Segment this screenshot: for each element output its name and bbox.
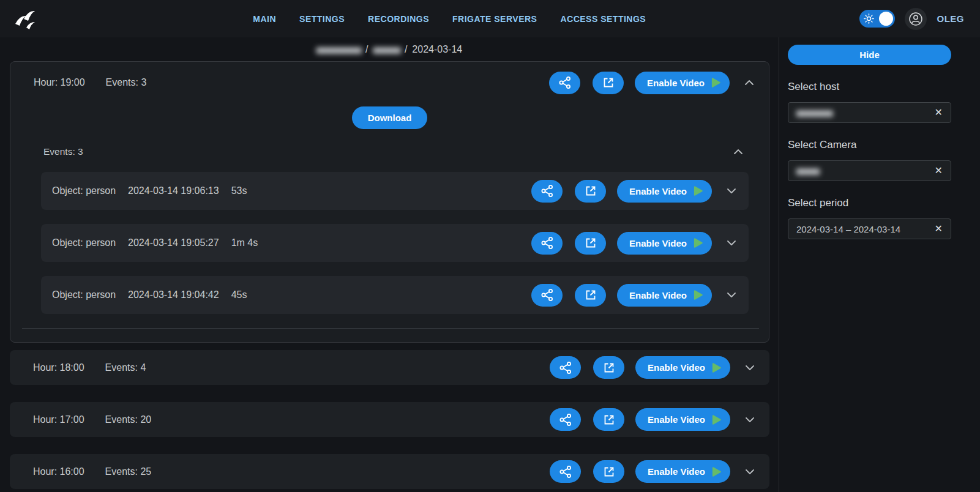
share-button[interactable] — [550, 460, 581, 483]
enable-video-button[interactable]: Enable Video — [635, 72, 730, 94]
expand-hour-button[interactable] — [744, 414, 756, 426]
host-select[interactable]: ▆▆▆▆▆▆▆▆ ✕ — [788, 102, 951, 123]
app-root: MAIN SETTINGS RECORDINGS FRIGATE SERVERS… — [0, 0, 980, 492]
event-row: Object: person 2024-03-14 19:06:13 53s — [41, 172, 749, 210]
open-in-new-icon — [602, 76, 615, 89]
breadcrumb-host-blurred: ▆▆▆▆▆▆▆▆▆▆ — [316, 45, 361, 54]
top-nav: MAIN SETTINGS RECORDINGS FRIGATE SERVERS… — [0, 0, 980, 37]
breadcrumb-separator: / — [365, 44, 368, 55]
nav-item-main[interactable]: MAIN — [253, 14, 276, 24]
share-button[interactable] — [549, 72, 580, 94]
breadcrumb-camera-blurred: ▆▆▆▆▆▆ — [373, 45, 400, 54]
breadcrumb-separator: / — [405, 44, 407, 55]
collapse-events-button[interactable] — [732, 146, 744, 158]
share-icon — [540, 184, 555, 198]
play-icon — [711, 362, 722, 373]
share-icon — [558, 412, 573, 427]
chevron-down-icon — [725, 289, 738, 301]
play-icon — [692, 289, 703, 300]
hour-label: Hour: 16:00 — [33, 466, 84, 477]
enable-video-button[interactable]: Enable Video — [635, 460, 730, 483]
open-in-new-button[interactable] — [575, 284, 606, 307]
expand-hour-button[interactable] — [744, 466, 756, 478]
nav-right-cluster: OLEG — [859, 8, 964, 30]
chevron-down-icon — [725, 237, 738, 249]
select-period-label: Select period — [788, 197, 951, 209]
event-object-label: Object: person — [52, 237, 116, 248]
share-button[interactable] — [550, 408, 581, 431]
frigate-logo[interactable] — [11, 5, 39, 33]
enable-video-label: Enable Video — [629, 290, 687, 300]
period-select[interactable]: 2024-03-14 – 2024-03-14 ✕ — [788, 218, 951, 239]
theme-toggle[interactable] — [859, 10, 895, 28]
user-avatar[interactable] — [905, 8, 927, 30]
events-count-label: Events: 25 — [105, 466, 152, 477]
enable-video-label: Enable Video — [647, 78, 705, 88]
event-duration-label: 53s — [231, 185, 247, 196]
share-button[interactable] — [550, 356, 581, 379]
chevron-down-icon — [725, 185, 738, 197]
hour-label: Hour: 18:00 — [33, 362, 84, 373]
nav-item-settings[interactable]: SETTINGS — [299, 14, 345, 24]
clear-camera-button[interactable]: ✕ — [935, 166, 943, 176]
hour-label: Hour: 17:00 — [33, 414, 84, 425]
open-in-new-button[interactable] — [575, 180, 606, 203]
play-icon — [692, 237, 703, 248]
clear-host-button[interactable]: ✕ — [935, 108, 943, 117]
chevron-down-icon — [744, 362, 756, 374]
breadcrumb-date: 2024-03-14 — [412, 44, 462, 55]
share-button[interactable] — [531, 284, 563, 307]
expand-event-button[interactable] — [725, 289, 738, 301]
open-in-new-icon — [602, 413, 616, 427]
person-icon — [908, 11, 924, 27]
event-time-label: 2024-03-14 19:06:13 — [128, 185, 219, 196]
clear-period-button[interactable]: ✕ — [935, 224, 943, 234]
enable-video-button[interactable]: Enable Video — [617, 232, 712, 255]
open-in-new-icon — [602, 361, 616, 375]
expand-hour-button[interactable] — [744, 362, 756, 374]
chevron-down-icon — [744, 466, 756, 478]
collapse-hour-button[interactable] — [743, 76, 755, 89]
nav-item-recordings[interactable]: RECORDINGS — [368, 14, 429, 24]
share-icon — [558, 360, 573, 375]
sun-icon — [864, 13, 874, 24]
hour-row-18: Hour: 18:00 Events: 4 — [10, 350, 769, 385]
nav-item-frigate-servers[interactable]: FRIGATE SERVERS — [452, 14, 537, 24]
share-button[interactable] — [531, 232, 563, 255]
select-host-label: Select host — [788, 81, 951, 93]
enable-video-button[interactable]: Enable Video — [635, 356, 730, 379]
events-count-label: Events: 4 — [105, 362, 146, 373]
download-button[interactable]: Download — [352, 106, 428, 129]
enable-video-label: Enable Video — [629, 238, 687, 248]
open-in-new-button[interactable] — [593, 460, 624, 483]
hour-panel-header: Hour: 19:00 Events: 3 — [10, 62, 769, 103]
username-label[interactable]: OLEG — [937, 13, 964, 24]
content-area: ▆▆▆▆▆▆▆▆▆▆ / ▆▆▆▆▆▆ / 2024-03-14 Hour: 1… — [0, 37, 980, 492]
panel-footer-divider — [22, 328, 759, 329]
camera-select[interactable]: ▆▆▆▆▆ ✕ — [788, 160, 951, 181]
events-count-label: Events: 3 — [106, 77, 147, 88]
download-row: Download — [10, 106, 769, 129]
hour-panel-19: Hour: 19:00 Events: 3 — [10, 61, 769, 343]
nav-item-access-settings[interactable]: ACCESS SETTINGS — [560, 14, 646, 24]
hour-row-17: Hour: 17:00 Events: 20 — [10, 402, 769, 437]
share-icon — [558, 75, 572, 90]
events-count-label: Events: 20 — [105, 414, 152, 425]
expand-event-button[interactable] — [725, 237, 738, 249]
open-in-new-button[interactable] — [593, 408, 624, 431]
period-value: 2024-03-14 – 2024-03-14 — [796, 224, 900, 234]
enable-video-button[interactable]: Enable Video — [617, 284, 712, 307]
open-in-new-button[interactable] — [593, 356, 624, 379]
enable-video-button[interactable]: Enable Video — [617, 180, 712, 203]
open-in-new-icon — [584, 236, 597, 250]
hide-button[interactable]: Hide — [788, 45, 951, 65]
open-in-new-button[interactable] — [593, 72, 624, 94]
share-button[interactable] — [531, 180, 563, 203]
breadcrumb: ▆▆▆▆▆▆▆▆▆▆ / ▆▆▆▆▆▆ / 2024-03-14 — [0, 37, 779, 61]
open-in-new-button[interactable] — [575, 232, 606, 255]
expand-event-button[interactable] — [725, 185, 738, 197]
enable-video-button[interactable]: Enable Video — [635, 408, 730, 431]
hour-label: Hour: 19:00 — [34, 77, 85, 88]
event-row: Object: person 2024-03-14 19:05:27 1m 4s — [41, 224, 749, 262]
enable-video-label: Enable Video — [629, 186, 687, 196]
